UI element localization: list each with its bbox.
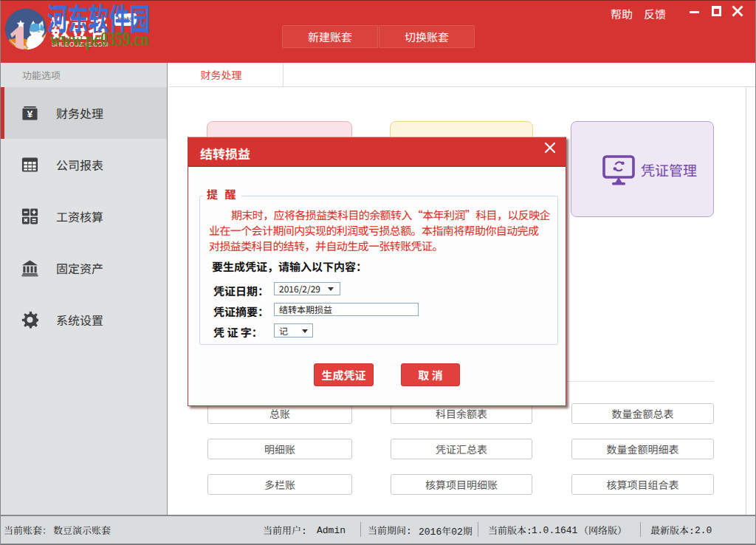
svg-text:¥: ¥	[27, 109, 33, 120]
